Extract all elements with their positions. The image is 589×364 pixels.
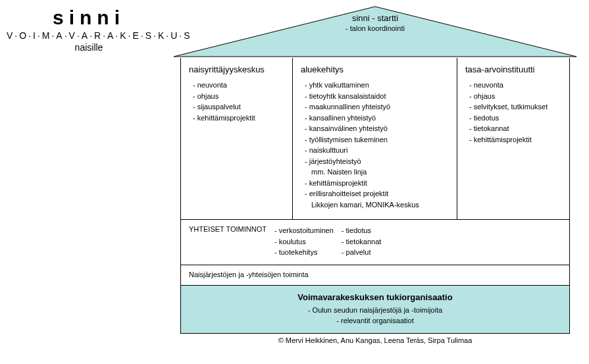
- bullet-sub: mm. Naisten linja: [305, 167, 451, 178]
- bullet: - relevantit organisaatiot: [188, 315, 563, 326]
- column-aluekehitys: aluekehitys - yhtk vaikuttaminen - tieto…: [293, 58, 457, 219]
- foundation-row: Voimavarakeskuksen tukiorganisaatio - Ou…: [180, 285, 570, 334]
- column-title: naisyrittäjyyskeskus: [189, 65, 287, 74]
- copyright: © Mervi Heikkinen, Anu Kangas, Leena Ter…: [180, 336, 570, 344]
- roof-item: - talon koordinointi: [171, 24, 579, 32]
- column-items: - neuvonta - ohjaus - selvitykset, tutki…: [465, 80, 564, 145]
- shared-col-b: - tiedotus - tietokannat - palvelut: [342, 225, 382, 258]
- roof-title: sinni - startti: [171, 13, 579, 23]
- shared-label: YHTEISET TOIMINNOT: [189, 225, 267, 233]
- bullet: - kehittämisprojektit: [469, 134, 564, 145]
- bullet: - verkostoituminen: [274, 225, 334, 236]
- bullet: - neuvonta: [193, 80, 287, 91]
- column-tasa-arvoinstituutti: tasa-arvoinstituutti - neuvonta - ohjaus…: [457, 58, 569, 219]
- shared-col-a: - verkostoituminen - koulutus - tuotekeh…: [274, 225, 334, 258]
- roof: sinni - startti - talon koordinointi: [171, 5, 579, 58]
- bullet: - ohjaus: [193, 91, 287, 102]
- bullet: - tietokannat: [469, 123, 564, 134]
- bullet: - selvitykset, tutkimukset: [469, 101, 564, 113]
- house-diagram: sinni - startti - talon koordinointi nai…: [171, 5, 579, 344]
- bullet: - tiedotus: [342, 225, 382, 236]
- foundation-title: Voimavarakeskuksen tukiorganisaatio: [188, 292, 563, 302]
- column-title: tasa-arvoinstituutti: [465, 65, 564, 74]
- bullet-sub: Likkojen kamari, MONIKA-keskus: [305, 199, 451, 211]
- bullet: - naiskulttuuri: [305, 145, 451, 156]
- bullet: - neuvonta: [469, 80, 564, 91]
- bullet: - koulutus: [274, 236, 334, 247]
- bullet: - järjestöyhteistyö: [305, 156, 451, 167]
- bullet: - kansallinen yhteistyö: [305, 113, 451, 124]
- bullet: - erillisrahoitteiset projektit: [305, 188, 451, 199]
- roof-text: sinni - startti - talon koordinointi: [171, 13, 579, 32]
- bullet: - tiedotus: [469, 113, 564, 124]
- bullet: - maakunnallinen yhteistyö: [305, 101, 451, 113]
- bullet: - ohjaus: [469, 91, 564, 102]
- column-title: aluekehitys: [301, 65, 451, 74]
- bullet: - tietoyhtk kansalaistaidot: [305, 91, 451, 102]
- org-activity-row: Naisjärjestöjen ja -yhteisöjen toiminta: [180, 265, 570, 285]
- bullet: - tietokannat: [342, 236, 382, 247]
- bullet: - Oulun seudun naisjärjestöjä ja -toimij…: [188, 305, 563, 316]
- logo-subtitle2: naisille: [7, 42, 171, 53]
- columns-row: naisyrittäjyyskeskus - neuvonta - ohjaus…: [180, 58, 570, 219]
- logo-block: sinni V·O·I·M·A·V·A·R·A·K·E·S·K·U·S nais…: [7, 7, 171, 53]
- bullet: - työllistymisen tukeminen: [305, 134, 451, 145]
- org-activity-text: Naisjärjestöjen ja -yhteisöjen toiminta: [189, 271, 309, 278]
- bullet: - kehittämisprojektit: [305, 178, 451, 189]
- bullet: - palvelut: [342, 247, 382, 258]
- logo-subtitle: V·O·I·M·A·V·A·R·A·K·E·S·K·U·S: [7, 30, 171, 41]
- foundation-items: - Oulun seudun naisjärjestöjä ja -toimij…: [188, 305, 563, 326]
- column-items: - neuvonta - ohjaus - sijauspalvelut - k…: [189, 80, 287, 123]
- bullet: - tuotekehitys: [274, 247, 334, 258]
- bullet: - yhtk vaikuttaminen: [305, 80, 451, 91]
- column-items: - yhtk vaikuttaminen - tietoyhtk kansala…: [301, 80, 451, 210]
- column-naisyrittajyyskeskus: naisyrittäjyyskeskus - neuvonta - ohjaus…: [181, 58, 293, 219]
- bullet: - kehittämisprojektit: [193, 113, 287, 124]
- shared-functions-row: YHTEISET TOIMINNOT - verkostoituminen - …: [180, 219, 570, 265]
- bullet: - sijauspalvelut: [193, 101, 287, 113]
- bullet: - kansainvälinen yhteistyö: [305, 123, 451, 134]
- logo-title: sinni: [7, 7, 171, 29]
